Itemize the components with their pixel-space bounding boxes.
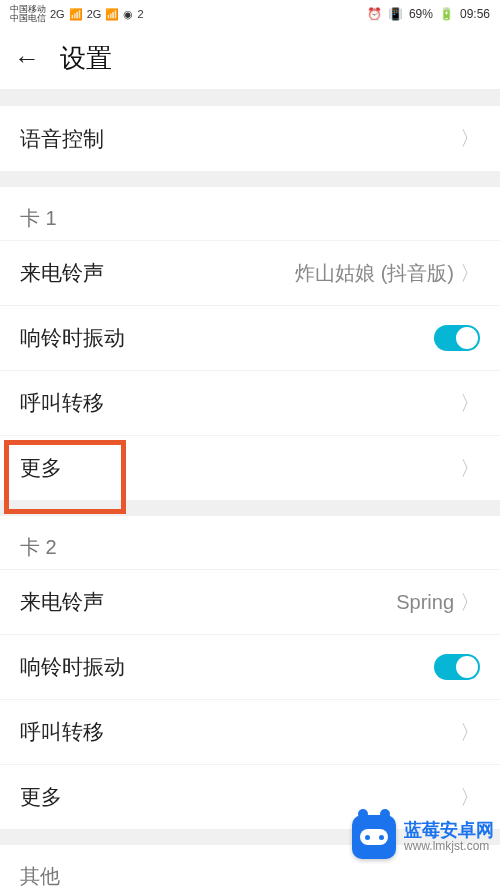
chevron-right-icon: 〉 [460,455,480,482]
divider [0,90,500,106]
row-sim1-ringtone[interactable]: 来电铃声 炸山姑娘 (抖音版) 〉 [0,240,500,305]
app-header: ← 设置 [0,28,500,90]
battery-icon: 🔋 [439,7,454,21]
sim1-more-label: 更多 [20,454,62,482]
battery-percent: 69% [409,7,433,21]
page-title: 设置 [60,41,112,76]
signal-icon-2: 📶 [105,8,119,21]
chevron-right-icon: 〉 [460,589,480,616]
sim1-ringtone-value: 炸山姑娘 (抖音版) [295,260,454,287]
status-bar: 中国移动 中国电信 2G 📶 2G 📶 ◉ 2 ⏰ 📳 69% 🔋 09:56 [0,0,500,28]
row-voice-control[interactable]: 语音控制 〉 [0,106,500,171]
clock: 09:56 [460,7,490,21]
chevron-right-icon: 〉 [460,125,480,152]
sim1-header: 卡 1 [0,187,500,240]
section-sim2: 卡 2 来电铃声 Spring 〉 响铃时振动 呼叫转移 〉 更多 〉 [0,516,500,829]
sim2-vibrate-toggle[interactable] [434,654,480,680]
wifi-icon: ◉ [123,8,133,21]
sim2-ringtone-label: 来电铃声 [20,588,104,616]
sim2-header: 卡 2 [0,516,500,569]
watermark-url: www.lmkjst.com [404,840,494,853]
chevron-right-icon: 〉 [460,390,480,417]
status-left: 中国移动 中国电信 2G 📶 2G 📶 ◉ 2 [10,5,144,23]
vibrate-icon: 📳 [388,7,403,21]
sim-count: 2 [137,8,143,20]
sim2-more-label: 更多 [20,783,62,811]
row-sim1-vibrate[interactable]: 响铃时振动 [0,305,500,370]
chevron-right-icon: 〉 [460,784,480,811]
back-arrow-icon[interactable]: ← [14,43,40,74]
sim1-ringtone-label: 来电铃声 [20,259,104,287]
carrier-2: 中国电信 [10,14,46,23]
divider [0,500,500,516]
watermark-title: 蓝莓安卓网 [404,821,494,841]
mascot-icon [352,815,396,859]
voice-control-label: 语音控制 [20,125,104,153]
chevron-right-icon: 〉 [460,260,480,287]
section-sim1: 卡 1 来电铃声 炸山姑娘 (抖音版) 〉 响铃时振动 呼叫转移 〉 更多 〉 [0,187,500,500]
chevron-right-icon: 〉 [460,719,480,746]
section-voice: 语音控制 〉 [0,106,500,171]
sim1-vibrate-toggle[interactable] [434,325,480,351]
sim1-forward-label: 呼叫转移 [20,389,104,417]
row-sim2-ringtone[interactable]: 来电铃声 Spring 〉 [0,569,500,634]
signal-icon: 📶 [69,8,83,21]
row-sim1-forward[interactable]: 呼叫转移 〉 [0,370,500,435]
divider [0,171,500,187]
sim1-vibrate-label: 响铃时振动 [20,324,125,352]
watermark: 蓝莓安卓网 www.lmkjst.com [352,815,494,859]
row-sim2-forward[interactable]: 呼叫转移 〉 [0,699,500,764]
sim2-forward-label: 呼叫转移 [20,718,104,746]
sim2-ringtone-value: Spring [396,591,454,614]
sim2-vibrate-label: 响铃时振动 [20,653,125,681]
network-indicator-2: 2G [87,8,102,20]
row-sim1-more[interactable]: 更多 〉 [0,435,500,500]
network-indicator: 2G [50,8,65,20]
row-sim2-vibrate[interactable]: 响铃时振动 [0,634,500,699]
status-right: ⏰ 📳 69% 🔋 09:56 [367,7,490,21]
alarm-icon: ⏰ [367,7,382,21]
